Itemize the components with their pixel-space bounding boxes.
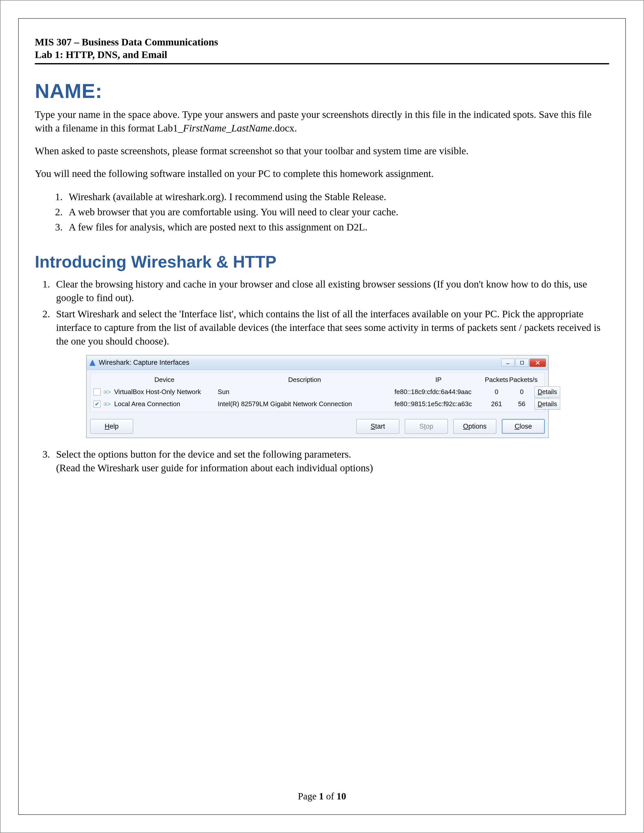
row2-details-button[interactable]: Details (535, 399, 560, 410)
step-1: Clear the browsing history and cache in … (53, 277, 609, 305)
software-item-3: A few files for analysis, which are post… (65, 220, 609, 235)
stop-label-rest: op (426, 423, 433, 430)
intro-paragraph-1: Type your name in the space above. Type … (35, 108, 609, 135)
interfaces-header-row: Device Description IP Packets Packets/s (90, 374, 544, 386)
col-packets-s: Packets/s (509, 375, 535, 384)
page-footer: Page 1 of 10 (19, 791, 625, 802)
name-heading: NAME: (35, 79, 609, 103)
step-3a-text: Select the options button for the device… (56, 449, 351, 460)
wireshark-window-title: Wireshark: Capture Interfaces (99, 358, 189, 367)
maximize-button[interactable] (515, 359, 528, 367)
network-adapter-icon (103, 401, 111, 407)
intro-paragraph-3: You will need the following software ins… (35, 167, 609, 180)
interfaces-panel: Device Description IP Packets Packets/s (90, 373, 545, 412)
row1-packets: 0 (484, 388, 509, 396)
software-item-2: A web browser that you are comfortable u… (65, 205, 609, 219)
header-rule (35, 63, 609, 64)
intro-1a: Type your name in the space above. Type … (35, 109, 591, 134)
stop-button[interactable]: Stop (405, 419, 448, 434)
footer-prefix: Page (298, 791, 319, 801)
svg-rect-2 (520, 361, 523, 364)
help-label-rest: elp (109, 423, 119, 430)
minimize-button[interactable] (501, 359, 514, 367)
step-2: Start Wireshark and select the 'Interfac… (53, 307, 609, 438)
interface-row-2: ✔ Local Area Connection Intel(R) 82579LM… (90, 398, 544, 410)
col-packets: Packets (484, 375, 509, 384)
svg-rect-4 (105, 391, 106, 392)
svg-rect-1 (506, 363, 509, 364)
start-button[interactable]: Start (356, 419, 399, 434)
step-3: Select the options button for the device… (53, 447, 609, 475)
start-label-rest: tart (375, 423, 385, 430)
wireshark-app-icon (89, 359, 96, 367)
options-label-rest: ptions (468, 423, 486, 430)
col-description: Description (216, 375, 393, 384)
help-button[interactable]: Help (90, 419, 133, 434)
wireshark-titlebar: Wireshark: Capture Interfaces (87, 355, 548, 370)
wireshark-body: Device Description IP Packets Packets/s (87, 370, 548, 438)
window-sys-buttons (501, 359, 546, 367)
row2-packets: 261 (484, 400, 509, 408)
intro-1-filename-italic: FirstName_LastName (183, 122, 272, 134)
dialog-button-bar: Help Start Stop Options Close (90, 419, 545, 434)
interface-row-1: VirtualBox Host-Only Network Sun fe80::1… (90, 386, 544, 398)
close-label-rest: lose (520, 423, 532, 430)
software-list: Wireshark (available at wireshark.org). … (35, 190, 609, 235)
col-device: Device (113, 375, 216, 384)
intro-paragraph-2: When asked to paste screenshots, please … (35, 144, 609, 158)
row1-description: Sun (216, 388, 393, 396)
svg-rect-6 (105, 404, 106, 405)
footer-page-num: 1 (319, 791, 324, 801)
intro-1b: .docx. (272, 122, 297, 134)
row2-device: Local Area Connection (113, 400, 216, 408)
options-button[interactable]: Options (453, 419, 496, 434)
row2-ip: fe80::9815:1e5c:f92c:a63c (393, 400, 484, 408)
row2-packets-s: 56 (509, 400, 535, 408)
footer-page-total: 10 (336, 791, 346, 801)
doc-header-line2: Lab 1: HTTP, DNS, and Email (35, 48, 609, 61)
row2-checkbox[interactable]: ✔ (93, 400, 100, 408)
network-adapter-icon (103, 389, 111, 395)
row1-details-label-rest: etails (542, 388, 557, 395)
close-button[interactable] (530, 359, 546, 367)
row1-packets-s: 0 (509, 388, 535, 396)
col-ip: IP (393, 375, 484, 384)
wireshark-screenshot: Wireshark: Capture Interfaces (86, 355, 609, 438)
row1-checkbox[interactable] (93, 389, 100, 396)
row2-details-label-rest: etails (542, 400, 557, 407)
steps-list: Clear the browsing history and cache in … (35, 277, 609, 475)
step-3b-text: (Read the Wireshark user guide for infor… (56, 462, 373, 474)
row1-details-button[interactable]: Details (535, 386, 560, 397)
wireshark-window: Wireshark: Capture Interfaces (86, 355, 549, 438)
doc-header-line1: MIS 307 – Business Data Communications (35, 36, 609, 48)
footer-of: of (324, 791, 336, 801)
section-heading-wireshark: Introducing Wireshark & HTTP (35, 252, 609, 271)
row1-ip: fe80::18c9:cfdc:6a44:9aac (393, 388, 484, 396)
step-2-text: Start Wireshark and select the 'Interfac… (56, 308, 601, 347)
software-item-1: Wireshark (available at wireshark.org). … (65, 190, 609, 204)
svg-marker-0 (89, 359, 95, 365)
dialog-close-button[interactable]: Close (502, 419, 545, 434)
row2-description: Intel(R) 82579LM Gigabit Network Connect… (216, 400, 393, 408)
row1-device: VirtualBox Host-Only Network (113, 388, 216, 396)
